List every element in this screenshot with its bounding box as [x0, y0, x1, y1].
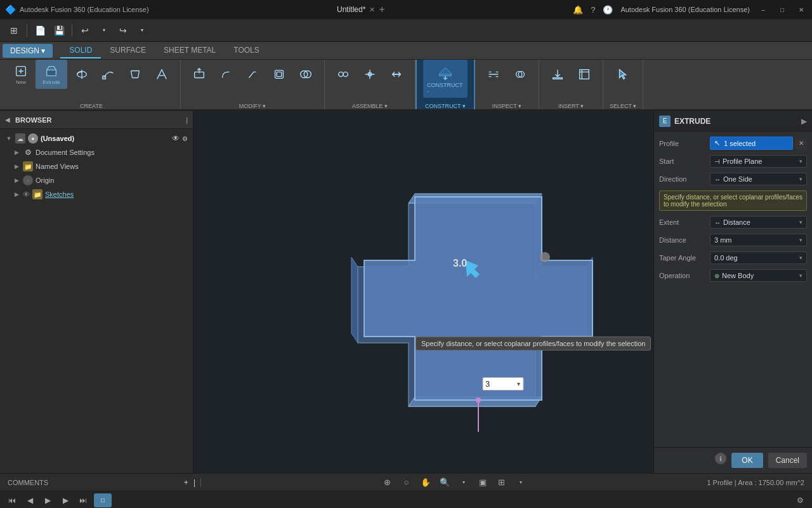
maximize-button[interactable]: □	[776, 4, 788, 15]
browser-pin-icon[interactable]: |	[186, 116, 188, 124]
dimension-input-overlay[interactable]: ▾	[482, 377, 523, 391]
tree-arrow-views[interactable]: ▶	[13, 163, 20, 170]
file-button[interactable]: 📄	[31, 22, 49, 39]
tree-item-doc-settings[interactable]: ▶ ⚙ Document Settings	[0, 145, 193, 159]
grid-dropdown[interactable]: ▾	[513, 475, 528, 490]
interference-btn[interactable]	[508, 60, 532, 89]
save-button[interactable]: 💾	[50, 22, 68, 39]
viewport[interactable]: FRONT TOP RIGHT	[193, 111, 812, 473]
start-field-value[interactable]: ⊣ Profile Plane ▾	[710, 155, 807, 168]
tree-item-sketches[interactable]: ▶ 👁 📁 Sketches	[0, 187, 193, 201]
snap-tool-btn[interactable]: ⊕	[380, 475, 395, 490]
start-dropdown-arrow[interactable]: ▾	[799, 158, 802, 164]
settings-icon[interactable]: ⚙	[182, 135, 188, 142]
zoom-tool-btn[interactable]: 🔍	[437, 475, 452, 490]
measure-btn[interactable]	[481, 60, 506, 89]
tree-arrow-root[interactable]: ▼	[5, 135, 13, 142]
revolve-btn[interactable]	[70, 60, 94, 89]
timeline-last-button[interactable]: ⏭	[76, 493, 90, 507]
tab-surface[interactable]: SURFACE	[101, 43, 155, 58]
minimize-button[interactable]: –	[757, 4, 769, 15]
construct-main-btn[interactable]: CONSTRUCT -	[423, 60, 468, 98]
zoom-dropdown[interactable]: ▾	[456, 475, 471, 490]
create-label: CREATE	[80, 103, 103, 109]
cancel-button[interactable]: Cancel	[768, 453, 807, 468]
pan-tool-btn[interactable]: ✋	[418, 475, 433, 490]
help-icon[interactable]: ?	[591, 5, 595, 15]
tab-solid[interactable]: SOLID	[60, 43, 101, 58]
chamfer-btn[interactable]	[240, 60, 265, 89]
redo-dropdown[interactable]: ▾	[133, 22, 151, 39]
tab-tools[interactable]: TOOLS	[225, 43, 268, 58]
info-button[interactable]: ℹ	[715, 453, 726, 464]
insert-derive-btn[interactable]	[546, 60, 570, 89]
joint-btn[interactable]	[331, 60, 355, 89]
operation-dropdown-arrow[interactable]: ▾	[799, 272, 802, 279]
distance-dropdown-arrow[interactable]: ▾	[799, 237, 802, 243]
profile-clear-button[interactable]: ✕	[796, 138, 807, 149]
comments-pin-icon[interactable]: |	[193, 478, 195, 487]
taper-field-value[interactable]: 0.0 deg ▾	[710, 251, 807, 264]
shell-btn[interactable]	[267, 60, 291, 89]
tree-item-origin[interactable]: ▶ ○ Origin	[0, 173, 193, 187]
titlebar: 🔷 Autodesk Fusion 360 (Education License…	[0, 0, 812, 19]
timeline-next-button[interactable]: ▶	[58, 493, 72, 507]
grid-button[interactable]: ⊞	[5, 22, 23, 39]
tree-item-named-views[interactable]: ▶ 📁 Named Views	[0, 159, 193, 173]
eye-icon-sketches[interactable]: 👁	[23, 190, 30, 198]
extent-field-value[interactable]: ↔ Distance ▾	[710, 216, 807, 229]
operation-field-value[interactable]: ⊕ New Body ▾	[710, 269, 807, 282]
fillet-btn[interactable]	[214, 60, 238, 89]
taper-dropdown-arrow[interactable]: ▾	[799, 255, 802, 261]
timeline-prev-button[interactable]: ◀	[23, 493, 37, 507]
comments-add-icon[interactable]: +	[184, 478, 188, 487]
dimension-dropdown-arrow[interactable]: ▾	[517, 380, 520, 387]
timeline-feature-thumb[interactable]: □	[94, 493, 112, 507]
notifications-icon[interactable]: 🔔	[573, 5, 583, 15]
tree-arrow-doc[interactable]: ▶	[13, 149, 20, 156]
direction-field-value[interactable]: ↔ One Side ▾	[710, 173, 807, 185]
browser-collapse-icon[interactable]: ◀	[5, 116, 10, 123]
tab-sheet-metal[interactable]: SHEET METAL	[155, 43, 225, 58]
close-button[interactable]: ✕	[796, 4, 807, 15]
distance-field-value[interactable]: 3 mm ▾	[710, 234, 807, 246]
display-mode-btn[interactable]: ▣	[475, 475, 490, 490]
timeline-play-button[interactable]: ▶	[41, 493, 55, 507]
sweep-btn[interactable]	[96, 60, 121, 89]
eye-icon[interactable]: 👁	[172, 134, 180, 143]
svg-text:3.0: 3.0	[453, 258, 467, 269]
press-pull-btn[interactable]	[187, 60, 211, 89]
ok-button[interactable]: OK	[731, 453, 763, 468]
extrude-expand-button[interactable]: ▶	[801, 117, 807, 126]
undo-dropdown[interactable]: ▾	[95, 22, 113, 39]
rib-btn[interactable]	[150, 60, 174, 89]
new-tab-btn[interactable]: +	[379, 4, 384, 15]
tree-item-root[interactable]: ▼ ☁ ● (Unsaved) 👁 ⚙	[0, 131, 193, 145]
svg-point-31	[540, 252, 550, 262]
undo-button[interactable]: ↩	[76, 22, 94, 39]
extrude-btn[interactable]: Extrude	[36, 60, 67, 89]
loft-btn[interactable]	[123, 60, 147, 89]
redo-button[interactable]: ↪	[114, 22, 132, 39]
close-tab-icon[interactable]: ✕	[369, 6, 375, 14]
select-btn[interactable]	[611, 60, 635, 89]
create-new-component-btn[interactable]: New	[9, 60, 33, 89]
timeline-settings-button[interactable]: ⚙	[793, 493, 807, 507]
timeline-first-button[interactable]: ⏮	[5, 493, 19, 507]
profile-field-value[interactable]: ↖ 1 selected	[710, 137, 793, 150]
grid-display-btn[interactable]: ⊞	[494, 475, 509, 490]
move-copy-btn[interactable]	[384, 60, 409, 89]
combine-btn[interactable]	[294, 60, 318, 89]
viewport-tooltip: Specify distance, or select coplanar pro…	[416, 337, 651, 351]
app-title: Autodesk Fusion 360 (Education License)	[20, 6, 149, 13]
direction-dropdown-arrow[interactable]: ▾	[799, 176, 802, 182]
dimension-input[interactable]	[485, 379, 517, 389]
joint-origin-btn[interactable]	[358, 60, 382, 89]
design-mode-button[interactable]: DESIGN ▾	[3, 44, 53, 58]
attach-canvas-btn[interactable]	[572, 60, 596, 89]
extent-dropdown-arrow[interactable]: ▾	[799, 219, 802, 225]
tree-arrow-sketches[interactable]: ▶	[13, 190, 20, 198]
orbit-tool-btn[interactable]: ○	[399, 475, 414, 490]
tree-arrow-origin[interactable]: ▶	[13, 177, 20, 184]
clock-icon[interactable]: 🕐	[603, 5, 613, 15]
